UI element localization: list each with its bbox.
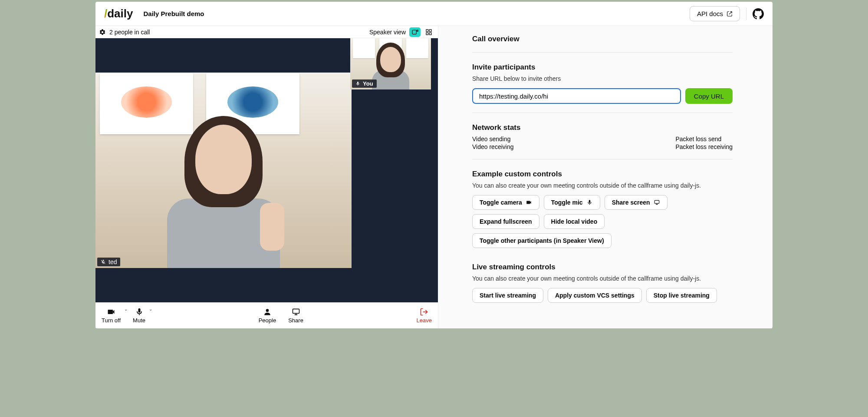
stats-left: Video sending Video receiving	[472, 136, 513, 150]
main-participant-video[interactable]: ted	[95, 73, 352, 268]
api-docs-button[interactable]: API docs	[690, 6, 740, 21]
leave-icon	[419, 308, 429, 316]
header-right: API docs	[690, 6, 764, 21]
mic-on-icon	[355, 81, 360, 86]
video-receiving-label: Video receiving	[472, 143, 513, 150]
participant-name-chip: ted	[97, 258, 120, 266]
grid-view-button[interactable]	[423, 27, 434, 37]
main-split: 2 people in call Speaker view	[95, 26, 773, 328]
screen-icon	[654, 199, 660, 205]
mic-icon	[135, 308, 144, 316]
grid-layout-icon	[425, 29, 432, 36]
hide-local-video-button[interactable]: Hide local video	[544, 214, 605, 229]
invite-row: Copy URL	[472, 88, 733, 104]
chevron-down-icon[interactable]: ⌄	[149, 307, 152, 311]
svg-rect-5	[429, 33, 431, 35]
mic-toggle-button[interactable]: Mute ⌄	[133, 308, 145, 324]
svg-rect-8	[654, 200, 659, 203]
right-controls: Leave	[417, 308, 432, 324]
svg-rect-1	[417, 30, 418, 31]
header-left: /daily Daily Prebuilt demo	[104, 7, 204, 20]
svg-rect-0	[412, 30, 416, 34]
gear-icon[interactable]	[99, 29, 106, 36]
person-icon	[263, 308, 272, 316]
start-live-streaming-button[interactable]: Start live streaming	[472, 288, 543, 303]
stats-right: Packet loss send Packet loss receiving	[675, 136, 733, 150]
api-docs-label: API docs	[697, 10, 723, 17]
overview-panel[interactable]: Call overview Invite participants Share …	[438, 26, 773, 328]
svg-rect-2	[426, 30, 428, 32]
call-topbar-right: Speaker view	[369, 27, 434, 37]
camera-icon	[106, 308, 116, 316]
toggle-other-participants-button[interactable]: Toggle other participants (in Speaker Vi…	[472, 233, 612, 248]
people-label: People	[259, 317, 276, 324]
invite-subtitle: Share URL below to invite others	[472, 75, 733, 82]
screen-share-icon	[291, 308, 301, 316]
overview-inner: Call overview Invite participants Share …	[472, 35, 733, 303]
leave-button[interactable]: Leave	[417, 308, 432, 324]
call-topbar-left: 2 people in call	[99, 29, 150, 36]
toggle-mic-button[interactable]: Toggle mic	[544, 195, 600, 210]
share-label: Share	[288, 317, 303, 324]
section-separator	[472, 159, 733, 159]
call-bottombar: Turn off ⌄ Mute ⌄ People	[95, 302, 438, 328]
speaker-view-button[interactable]	[409, 27, 421, 37]
speaker-layout-icon	[411, 29, 418, 36]
call-topbar: 2 people in call Speaker view	[95, 26, 438, 38]
toggle-camera-button[interactable]: Toggle camera	[472, 195, 539, 210]
github-icon[interactable]	[753, 8, 764, 20]
custom-controls-title: Example custom controls	[472, 170, 733, 179]
mic-muted-icon	[101, 259, 106, 265]
packet-loss-send-label: Packet loss send	[675, 136, 733, 142]
expand-fullscreen-button[interactable]: Expand fullscreen	[472, 214, 539, 229]
daily-logo: /daily	[104, 7, 133, 20]
self-video[interactable]: You	[350, 38, 431, 89]
people-count-label: 2 people in call	[109, 29, 150, 36]
packet-loss-receiving-label: Packet loss receiving	[675, 143, 733, 150]
chevron-down-icon[interactable]: ⌄	[124, 307, 128, 311]
invite-url-input[interactable]	[472, 88, 681, 104]
network-title: Network stats	[472, 123, 733, 132]
apply-vcs-button[interactable]: Apply custom VCS settings	[548, 288, 642, 303]
live-streaming-title: Live streaming controls	[472, 263, 733, 271]
section-separator	[472, 113, 733, 113]
invite-title: Invite participants	[472, 63, 733, 72]
external-link-icon	[727, 11, 733, 17]
overview-title: Call overview	[472, 35, 733, 43]
participant-name: ted	[108, 258, 117, 265]
logo-text: daily	[107, 7, 133, 20]
self-name-chip: You	[352, 79, 377, 88]
live-streaming-subtitle: You can also create your own meeting con…	[472, 275, 733, 282]
share-screen-button[interactable]: Share screen	[605, 195, 667, 210]
network-stats: Video sending Video receiving Packet los…	[472, 136, 733, 150]
custom-controls-subtitle: You can also create your own meeting con…	[472, 182, 733, 189]
svg-rect-3	[429, 30, 431, 32]
mic-icon	[586, 199, 593, 205]
leave-label: Leave	[417, 317, 432, 324]
header-divider	[746, 8, 746, 20]
camera-icon	[526, 199, 532, 205]
copy-url-button[interactable]: Copy URL	[685, 88, 733, 104]
custom-controls-row: Toggle camera Toggle mic Share screen Ex…	[472, 195, 733, 248]
center-controls: People Share	[259, 308, 303, 324]
section-separator	[472, 52, 733, 53]
self-name: You	[363, 80, 373, 87]
left-controls: Turn off ⌄ Mute ⌄	[102, 308, 145, 324]
video-sending-label: Video sending	[472, 136, 513, 142]
view-toggle	[409, 27, 434, 37]
mic-label: Mute	[133, 317, 145, 324]
camera-toggle-button[interactable]: Turn off ⌄	[102, 308, 121, 324]
person-illustration	[158, 112, 289, 268]
people-button[interactable]: People	[259, 308, 276, 324]
video-area: ted You	[95, 38, 438, 302]
stop-live-streaming-button[interactable]: Stop live streaming	[646, 288, 717, 303]
app-window: /daily Daily Prebuilt demo API docs 2 pe…	[95, 2, 773, 328]
app-title: Daily Prebuilt demo	[143, 10, 204, 17]
svg-rect-7	[293, 309, 299, 313]
share-button[interactable]: Share	[288, 308, 303, 324]
call-panel: 2 people in call Speaker view	[95, 26, 438, 328]
logo-slash-icon: /	[104, 7, 107, 20]
camera-label: Turn off	[102, 317, 121, 324]
svg-point-6	[266, 309, 269, 312]
live-streaming-row: Start live streaming Apply custom VCS se…	[472, 288, 733, 303]
